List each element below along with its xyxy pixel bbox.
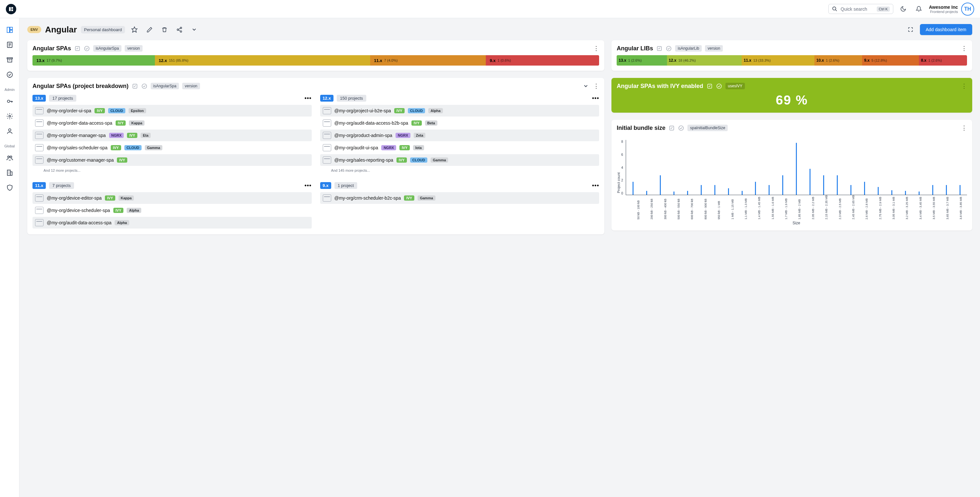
chart-bar[interactable] [695, 185, 708, 195]
version-segment[interactable]: 12.x18 (46.2%) [667, 55, 742, 65]
filter-chip[interactable]: isAngularSpa [93, 45, 121, 52]
nav-item-2[interactable] [3, 38, 16, 51]
version-segment[interactable]: 8.x1 (2.6%) [919, 55, 967, 65]
card-menu-button[interactable]: ⋮ [961, 83, 967, 90]
column-menu-button[interactable]: ••• [592, 95, 599, 102]
search-input[interactable]: Quick search Ctrl K [828, 4, 893, 14]
add-dashboard-item-button[interactable]: Add dashboard item [920, 24, 972, 35]
filter-chip[interactable]: isAngularSpa [151, 83, 179, 89]
chart-bar[interactable] [913, 192, 926, 195]
notifications-button[interactable] [913, 3, 924, 14]
fullscreen-button[interactable] [905, 24, 916, 35]
chart-bar[interactable] [640, 191, 653, 195]
version-segment[interactable]: 11.x7 (4.0%) [370, 55, 486, 65]
chart-bar[interactable] [858, 182, 871, 195]
nav-item-4[interactable] [3, 68, 16, 81]
version-segment[interactable]: 9.x5 (12.8%) [862, 55, 919, 65]
card-status-icon[interactable] [141, 83, 148, 89]
version-segment[interactable]: 12.x151 (85.8%) [155, 55, 370, 65]
nav-dashboard[interactable] [3, 23, 16, 37]
card-status-icon[interactable] [84, 46, 90, 52]
chart-bar[interactable] [926, 185, 939, 195]
project-row[interactable]: @my-org/product-admin-spa NGRXZeta [320, 130, 600, 141]
project-row[interactable]: @my-org/audit-data-access-spa Alpha [32, 217, 312, 229]
chart-bar[interactable] [668, 192, 680, 195]
project-row[interactable]: @my-org/order-data-access-spa IVYKappa [32, 117, 312, 129]
version-segment[interactable]: 9.x1 (0.6%) [486, 55, 599, 65]
card-status-icon[interactable] [678, 125, 684, 131]
project-row[interactable]: @my-org/project-ui-b2e-spa IVYCLOUDAlpha [320, 105, 600, 116]
project-row[interactable]: @my-org/order-ui-spa IVYCLOUDEpsilon [32, 105, 312, 116]
project-row[interactable]: @my-org/audit-data-access-b2b-spa IVYBet… [320, 117, 600, 129]
chart-bar[interactable] [627, 182, 640, 195]
chart-bar[interactable] [954, 185, 966, 195]
nav-global-teams[interactable] [3, 151, 16, 164]
version-segment[interactable]: 13.x1 (2.6%) [617, 55, 667, 65]
version-segment[interactable]: 13.x17 (9.7%) [32, 55, 155, 65]
card-filter-icon[interactable] [74, 46, 81, 52]
version-distribution-bar[interactable]: 13.x1 (2.6%)12.x18 (46.2%)11.x13 (33.3%)… [617, 55, 967, 65]
filter-chip[interactable]: usesIVY [725, 83, 745, 89]
nav-admin-users[interactable] [3, 125, 16, 138]
chart-bar[interactable] [940, 185, 953, 195]
nav-admin-keys[interactable] [3, 95, 16, 108]
chart-bar[interactable] [654, 175, 667, 195]
chart-bar[interactable] [886, 190, 898, 195]
project-row[interactable]: @my-org/device-scheduler-spa IVYAlpha [32, 205, 312, 216]
chart-bar[interactable] [776, 175, 789, 195]
card-filter-icon[interactable] [668, 125, 675, 131]
nav-global-security[interactable] [3, 181, 16, 194]
filter-chip[interactable]: version [705, 45, 723, 52]
card-status-icon[interactable] [716, 83, 722, 89]
card-menu-button[interactable]: ⋮ [593, 83, 599, 90]
card-filter-icon[interactable] [706, 83, 713, 89]
chart-bar[interactable] [749, 182, 762, 195]
project-row[interactable]: @my-org/audit-ui-spa NGRXIVYIota [320, 142, 600, 154]
filter-chip[interactable]: isAngularLib [675, 45, 702, 52]
chart-bar[interactable] [790, 143, 803, 195]
chart-bar[interactable] [831, 175, 844, 195]
column-menu-button[interactable]: ••• [592, 182, 599, 189]
chart-bar[interactable] [804, 169, 816, 195]
nav-admin-settings[interactable] [3, 110, 16, 123]
card-filter-icon[interactable] [132, 83, 138, 89]
chart-bar[interactable] [899, 191, 912, 195]
project-row[interactable]: @my-org/sales-scheduler-spa IVYCLOUDGamm… [32, 142, 312, 154]
app-logo[interactable] [6, 4, 16, 14]
share-button[interactable] [174, 24, 185, 35]
version-segment[interactable]: 11.x13 (33.3%) [741, 55, 815, 65]
delete-button[interactable] [159, 24, 170, 35]
card-status-icon[interactable] [666, 46, 672, 52]
account-menu[interactable]: Awesome Inc Frontend projects TH [929, 3, 974, 16]
theme-toggle[interactable] [898, 3, 909, 14]
collapse-button[interactable] [583, 83, 589, 89]
version-distribution-bar[interactable]: 13.x17 (9.7%)12.x151 (85.8%)11.x7 (4.0%)… [32, 55, 599, 65]
filter-chip[interactable]: version [125, 45, 143, 52]
edit-button[interactable] [144, 24, 155, 35]
nav-global-orgs[interactable] [3, 166, 16, 179]
column-menu-button[interactable]: ••• [305, 182, 312, 189]
card-menu-button[interactable]: ⋮ [593, 45, 599, 52]
chart-bar[interactable] [708, 185, 721, 195]
chart-bar[interactable] [872, 187, 885, 195]
column-menu-button[interactable]: ••• [305, 95, 312, 102]
card-filter-icon[interactable] [656, 46, 662, 52]
filter-chip[interactable]: version [182, 83, 200, 89]
chart-bar[interactable] [845, 185, 857, 195]
filter-chip[interactable]: spaInitialBundleSize [687, 125, 728, 131]
version-segment[interactable]: 10.x1 (2.6%) [815, 55, 862, 65]
project-row[interactable]: @my-org/sales-reporting-spa IVYCLOUDGamm… [320, 154, 600, 166]
card-menu-button[interactable]: ⋮ [961, 124, 967, 132]
chart-bar[interactable] [722, 188, 735, 195]
chart-bar[interactable] [763, 185, 775, 195]
chart-bar[interactable] [736, 191, 748, 195]
project-row[interactable]: @my-org/order-manager-spa NGRXIVYEta [32, 130, 312, 141]
project-row[interactable]: @my-org/crm-scheduler-b2c-spa IVYGamma [320, 192, 600, 204]
chart-bar[interactable] [817, 175, 830, 195]
more-dropdown[interactable] [189, 24, 200, 35]
nav-item-3[interactable] [3, 53, 16, 66]
project-row[interactable]: @my-org/device-editor-spa IVYKappa [32, 192, 312, 204]
chart-bar[interactable] [681, 191, 694, 195]
card-menu-button[interactable]: ⋮ [961, 45, 967, 52]
project-row[interactable]: @my-org/customer-manager-spa IVY [32, 154, 312, 166]
